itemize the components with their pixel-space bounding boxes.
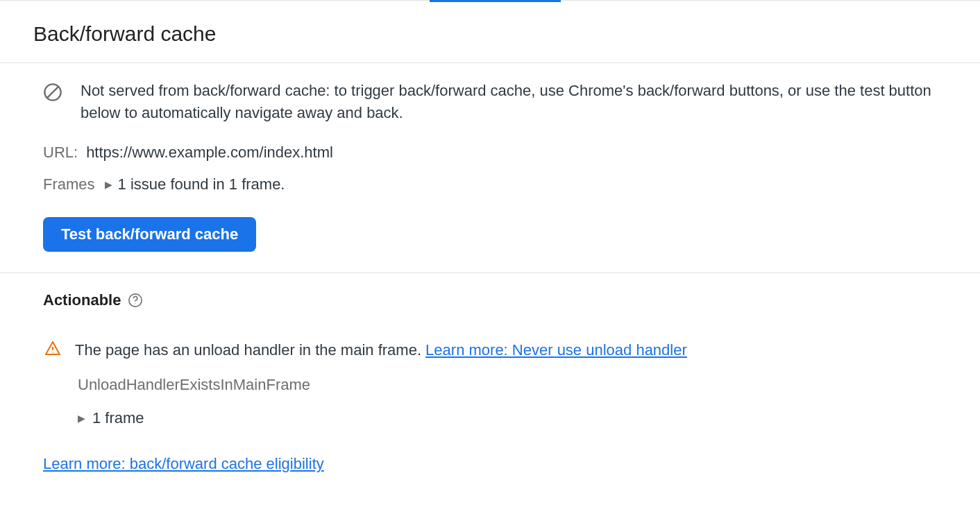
url-row: URL: https://www.example.com/index.html [43,144,947,162]
issue-learn-more-link[interactable]: Learn more: Never use unload handler [425,341,687,359]
url-value: https://www.example.com/index.html [86,144,333,162]
bfcache-eligibility-link[interactable]: Learn more: back/forward cache eligibili… [43,455,324,472]
frame-count-toggle[interactable]: ▶ 1 frame [78,409,947,427]
actionable-heading: Actionable [43,291,121,309]
svg-point-3 [135,303,136,304]
active-tab-indicator [430,0,561,2]
frames-expand-toggle[interactable]: ▶ 1 issue found in 1 frame. [105,175,285,194]
status-row: Not served from back/forward cache: to t… [43,80,947,124]
frame-count-text: 1 frame [92,409,144,427]
issue-row: The page has an unload handler in the ma… [44,340,947,361]
caret-right-icon: ▶ [105,179,112,190]
caret-right-icon: ▶ [78,413,85,424]
issue-text: The page has an unload handler in the ma… [75,341,425,359]
warning-icon [44,340,61,361]
svg-line-1 [47,87,58,98]
help-icon[interactable] [128,293,143,308]
test-bfcache-button[interactable]: Test back/forward cache [43,217,256,252]
prohibit-icon [43,83,62,105]
issue-line: The page has an unload handler in the ma… [75,341,687,359]
tab-strip [0,0,980,3]
page-title: Back/forward cache [33,22,947,46]
svg-point-5 [52,352,53,353]
frames-summary: 1 issue found in 1 frame. [118,175,285,194]
actionable-header: Actionable [43,291,947,309]
frames-row: Frames ▶ 1 issue found in 1 frame. [43,175,947,194]
actionable-section: Actionable The page has an unload handle… [0,273,980,494]
bfcache-eligibility-link-row: Learn more: back/forward cache eligibili… [43,455,947,473]
panel-header: Back/forward cache [0,3,980,63]
issue-code: UnloadHandlerExistsInMainFrame [78,376,947,394]
url-label: URL: [43,144,78,162]
frames-label: Frames [43,175,95,194]
bfcache-status-section: Not served from back/forward cache: to t… [0,63,980,273]
status-message: Not served from back/forward cache: to t… [81,80,947,124]
